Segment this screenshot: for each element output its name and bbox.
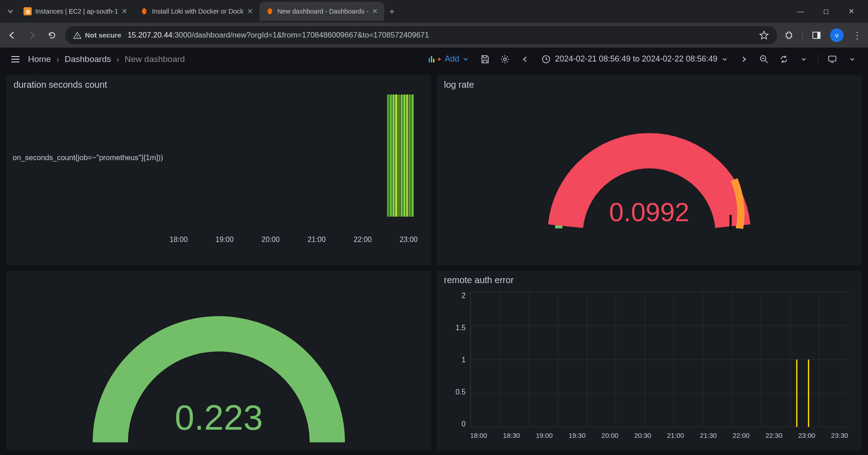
svg-point-1 [77,37,78,38]
tick-label: 19:00 [536,431,553,439]
window-controls: ― ◻ ✕ [794,7,864,15]
panel-title[interactable]: log rate [444,80,854,90]
tick-label: 22:30 [765,431,783,439]
panel-icon [429,56,434,62]
gauge-value: 0.223 [175,397,263,438]
tick-label: 1 [446,356,466,364]
chevron-down-icon [801,57,807,62]
tick-label: 19:30 [569,431,586,439]
tick-label: 23:00 [798,431,816,439]
tick-label: 0.5 [446,388,466,396]
panel-title[interactable]: remote auth error [444,275,854,285]
tick-label: 18:00 [470,431,487,439]
tab-dashboard[interactable]: New dashboard - Dashboards - ✕ [259,2,385,21]
zoom-out-button[interactable] [755,51,773,67]
new-tab-button[interactable]: ＋ [384,4,400,19]
chart: 2 1.5 1 0.5 0 18:00 18:30 19:00 19:30 20… [444,288,854,441]
warning-icon [73,31,81,39]
tick-label: 20:30 [634,431,651,439]
close-icon[interactable]: ✕ [372,7,378,15]
chevron-down-icon [722,57,727,62]
tick-label: 20:00 [601,431,618,439]
reload-button[interactable] [45,28,59,42]
address-bar[interactable]: Not secure 15.207.20.44:3000/dashboard/n… [65,26,777,44]
aws-icon: ▦ [24,7,32,15]
forward-button[interactable] [25,28,39,42]
refresh-button[interactable] [775,51,793,67]
chevron-right-icon: › [57,54,59,64]
nav-menu-button[interactable] [7,51,24,67]
tick-label: 19:00 [216,236,234,244]
tick-label: 21:30 [700,431,717,439]
chevron-right-icon: › [116,54,119,64]
settings-button[interactable] [496,51,514,67]
star-icon[interactable] [759,30,769,40]
tick-label: 18:30 [503,431,520,439]
panel-body: on_seconds_count{job=~"prometheus"}[1m])… [14,95,424,248]
not-secure-label: Not secure [85,31,121,39]
browser-right-icons: v ⋮ [783,28,863,42]
maximize-button[interactable]: ◻ [819,7,833,15]
panel-log-rate[interactable]: log rate 0.0992 [437,75,862,265]
refresh-interval-button[interactable] [795,51,812,67]
chevron-down-icon [849,57,855,62]
side-panel-icon[interactable] [811,30,822,41]
time-range-label: 2024-02-21 08:56:49 to 2024-02-22 08:56:… [555,54,717,64]
gauge-value: 0.0992 [609,197,689,227]
minimize-button[interactable]: ― [794,7,807,15]
tick-label: 23:30 [831,431,848,439]
tick-label: 1.5 [446,324,466,332]
browser-toolbar: Not secure 15.207.20.44:3000/dashboard/n… [0,23,868,48]
y-axis: 2 1.5 1 0.5 0 [446,292,466,428]
tab-title: New dashboard - Dashboards - [278,8,369,15]
grafana-icon [266,7,274,15]
gauge: 0.0992 [444,93,854,265]
panel-title[interactable]: duration seconds count [14,80,424,90]
tick-label: 21:00 [667,431,684,439]
tick-label: 22:00 [354,236,372,244]
tick-label: 22:00 [733,431,750,439]
clock-icon [542,55,551,64]
time-back-button[interactable] [516,51,533,67]
tick-label: 20:00 [262,236,280,244]
svg-line-8 [765,61,768,63]
back-button[interactable] [5,28,19,42]
gauge: 0.223 [14,275,424,446]
grafana-icon [140,7,148,15]
panel-gauge-green[interactable]: 0.223 [6,270,431,450]
profile-avatar[interactable]: v [830,28,844,42]
x-axis: 18:00 19:00 20:00 21:00 22:00 23:00 [170,236,418,244]
plus-icon: + [437,56,441,63]
tv-mode-button[interactable] [824,51,841,67]
browser-tabstrip: ▦ Instances | EC2 | ap-south-1 ✕ Install… [0,0,868,23]
divider [802,30,803,40]
time-forward-button[interactable] [736,51,753,67]
tab-search-dropdown[interactable] [4,3,17,20]
tab-loki[interactable]: Install Loki with Docker or Dock ✕ [134,2,259,21]
plot-area [470,292,848,427]
add-label: Add [445,54,459,64]
stacked-bars [384,95,416,217]
tab-ec2[interactable]: ▦ Instances | EC2 | ap-south-1 ✕ [17,2,134,21]
tick-label: 18:00 [170,236,188,244]
save-button[interactable] [476,51,494,67]
tick-label: 2 [446,292,466,300]
extensions-icon[interactable] [783,30,794,41]
close-window-button[interactable]: ✕ [844,7,858,15]
breadcrumb-home[interactable]: Home [28,54,51,64]
svg-rect-9 [829,56,836,61]
breadcrumb-dashboards[interactable]: Dashboards [65,54,111,64]
data-spike [796,360,797,427]
time-range-picker[interactable]: 2024-02-21 08:56:49 to 2024-02-22 08:56:… [536,51,733,67]
add-panel-button[interactable]: + Add [423,52,473,66]
security-indicator[interactable]: Not secure [73,31,121,39]
close-icon[interactable]: ✕ [122,7,127,15]
close-icon[interactable]: ✕ [247,7,253,15]
chrome-menu-icon[interactable]: ⋮ [852,30,863,41]
tick-label: 21:00 [307,236,326,244]
tv-mode-dropdown[interactable] [844,51,861,67]
panel-duration-seconds-count[interactable]: duration seconds count on_seconds_count{… [6,75,431,265]
panel-remote-auth-error[interactable]: remote auth error 2 1.5 1 0.5 0 18:00 18… [437,270,862,450]
legend-text: on_seconds_count{job=~"prometheus"}[1m])… [13,153,163,162]
tab-title: Instances | EC2 | ap-south-1 [35,8,118,15]
